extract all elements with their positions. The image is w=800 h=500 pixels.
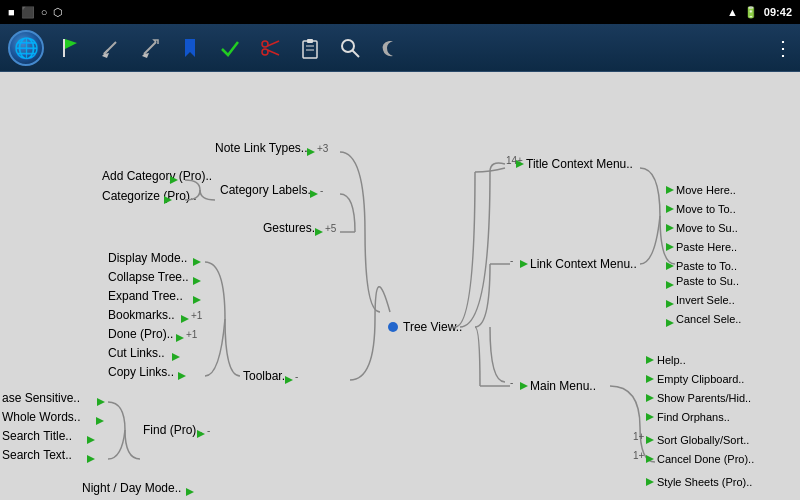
- svg-marker-1: [65, 39, 77, 49]
- bookmarks-badge: +1: [191, 310, 203, 321]
- tree-view-node[interactable]: Tree View..: [403, 320, 462, 334]
- collapse-tree-node[interactable]: Collapse Tree..: [108, 270, 189, 284]
- cancel-sele-node[interactable]: Cancel Sele..: [676, 313, 741, 325]
- status-icon-1: ■: [8, 6, 15, 18]
- svg-point-14: [342, 40, 354, 52]
- style-sheets-node[interactable]: Style Sheets (Pro)..: [657, 476, 752, 488]
- scissors-icon[interactable]: [256, 34, 284, 62]
- category-labels-badge: -: [320, 185, 323, 196]
- bookmarks-node[interactable]: Bookmarks..: [108, 308, 175, 322]
- status-icon-4: ⬡: [53, 6, 63, 19]
- find-dash: -: [207, 425, 210, 436]
- show-parents-node[interactable]: Show Parents/Hid..: [657, 392, 751, 404]
- search-icon[interactable]: [336, 34, 364, 62]
- bookmark-icon[interactable]: [176, 34, 204, 62]
- checkmark-icon[interactable]: [216, 34, 244, 62]
- move-to-su-node[interactable]: Move to Su..: [676, 222, 738, 234]
- whole-words-node[interactable]: Whole Words..: [2, 410, 80, 424]
- cancel-done-node[interactable]: Cancel Done (Pro)..: [657, 453, 754, 465]
- add-category-node[interactable]: Add Category (Pro)..: [102, 169, 212, 183]
- paste-to-su-node[interactable]: Paste to Su..: [676, 275, 739, 287]
- done-badge: +1: [186, 329, 198, 340]
- more-options-button[interactable]: ⋮: [773, 36, 792, 60]
- clipboard-icon[interactable]: [296, 34, 324, 62]
- invert-sele-node[interactable]: Invert Sele..: [676, 294, 735, 306]
- find-orphans-node[interactable]: Find Orphans..: [657, 411, 730, 423]
- sort-node[interactable]: Sort Globally/Sort..: [657, 434, 749, 446]
- svg-line-15: [353, 50, 360, 57]
- toolbar-right: ⋮: [773, 36, 792, 60]
- moon-icon[interactable]: [376, 34, 404, 62]
- globe-icon: 🌐: [14, 36, 39, 60]
- note-link-types-node[interactable]: Note Link Types..: [215, 141, 308, 155]
- search-title-node[interactable]: Search Title..: [2, 429, 72, 443]
- paste-here-node[interactable]: Paste Here..: [676, 241, 737, 253]
- copy-links-node[interactable]: Copy Links..: [108, 365, 174, 379]
- svg-line-8: [268, 41, 280, 46]
- svg-point-7: [262, 49, 268, 55]
- tree-view-dot: [388, 322, 398, 332]
- main-menu-dash: -: [510, 377, 513, 388]
- empty-clipboard-node[interactable]: Empty Clipboard..: [657, 373, 744, 385]
- help-node[interactable]: Help..: [657, 354, 686, 366]
- search-text-node[interactable]: Search Text..: [2, 448, 72, 462]
- toolbar: 🌐: [0, 24, 800, 72]
- night-day-node[interactable]: Night / Day Mode..: [82, 481, 181, 495]
- arrow-icon[interactable]: [136, 34, 164, 62]
- gestures-badge: +5: [325, 223, 337, 234]
- move-to-to-node[interactable]: Move to To..: [676, 203, 736, 215]
- svg-line-4: [144, 42, 156, 54]
- app-icon[interactable]: 🌐: [8, 30, 44, 66]
- display-mode-node[interactable]: Display Mode..: [108, 251, 187, 265]
- paste-to-to-node[interactable]: Paste to To..: [676, 260, 737, 272]
- case-sensitive-node[interactable]: ase Sensitive..: [2, 391, 80, 405]
- cancel-done-badge: 1+: [633, 450, 645, 461]
- status-right: ▲ 🔋 09:42: [727, 6, 792, 19]
- done-node[interactable]: Done (Pro)..: [108, 327, 173, 341]
- status-left: ■ ⬛ ○ ⬡: [8, 6, 63, 19]
- battery-icon: 🔋: [744, 6, 758, 19]
- svg-rect-11: [307, 39, 313, 43]
- cursor-icon[interactable]: [96, 34, 124, 62]
- categorize-node[interactable]: Categorize (Pro)..: [102, 189, 197, 203]
- svg-marker-5: [185, 39, 195, 57]
- main-content: Add Category (Pro).. Categorize (Pro).. …: [0, 72, 800, 500]
- note-link-types-badge: +3: [317, 143, 329, 154]
- status-bar: ■ ⬛ ○ ⬡ ▲ 🔋 09:42: [0, 0, 800, 24]
- category-labels-node[interactable]: Category Labels..: [220, 183, 314, 197]
- svg-point-6: [262, 41, 268, 47]
- svg-rect-0: [63, 39, 65, 57]
- mindmap-svg: Add Category (Pro).. Categorize (Pro).. …: [0, 72, 800, 500]
- sort-badge: 1+: [633, 431, 645, 442]
- time-display: 09:42: [764, 6, 792, 18]
- toolbar-dash: -: [295, 371, 298, 382]
- gestures-node[interactable]: Gestures..: [263, 221, 318, 235]
- link-context-menu-node[interactable]: Link Context Menu..: [530, 257, 637, 271]
- link-context-dash: -: [510, 255, 513, 266]
- flag-icon[interactable]: [56, 34, 84, 62]
- status-icon-3: ○: [41, 6, 48, 18]
- expand-tree-node[interactable]: Expand Tree..: [108, 289, 183, 303]
- toolbar-node[interactable]: Toolbar..: [243, 369, 288, 383]
- svg-line-9: [268, 50, 280, 55]
- find-node[interactable]: Find (Pro)..: [143, 423, 203, 437]
- cut-links-node[interactable]: Cut Links..: [108, 346, 165, 360]
- status-icon-2: ⬛: [21, 6, 35, 19]
- title-context-menu-node[interactable]: Title Context Menu..: [526, 157, 633, 171]
- wifi-icon: ▲: [727, 6, 738, 18]
- main-menu-node[interactable]: Main Menu..: [530, 379, 596, 393]
- move-here-node[interactable]: Move Here..: [676, 184, 736, 196]
